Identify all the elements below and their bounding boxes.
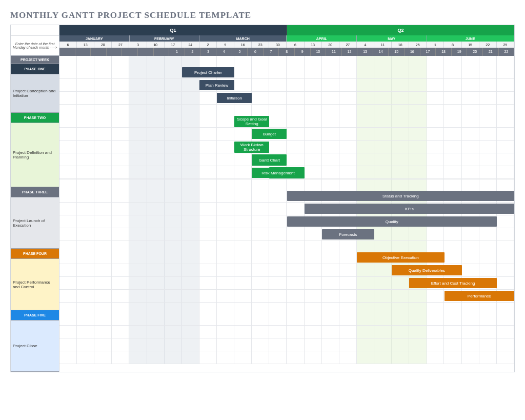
week-cell: 17 <box>420 48 436 56</box>
gantt-bar[interactable]: Objective Execution <box>357 252 445 263</box>
quarter-q1: Q1 <box>59 25 287 35</box>
gantt-bar[interactable]: Forecasts <box>322 229 374 239</box>
quarter-q2: Q2 <box>287 25 514 35</box>
week-cell: 18 <box>436 48 452 56</box>
date-cell: 3 <box>129 42 147 48</box>
phase-content-label: Project Close <box>11 321 59 372</box>
gantt-bar[interactable]: Quality <box>287 216 497 227</box>
phase-header: PHASE THREE <box>11 187 59 197</box>
date-cell: 13 <box>305 42 322 48</box>
page-title: MONTHLY GANTT PROJECT SCHEDULE TEMPLATE <box>10 10 515 21</box>
gantt-row: Plan Review <box>59 79 514 92</box>
week-cell <box>122 48 138 56</box>
week-cell: 11 <box>326 48 342 56</box>
timeline-column: Q1 Q2 JANUARYFEBRUARYMARCHAPRILMAYJUNE 6… <box>59 25 514 372</box>
date-cell: 8 <box>444 42 461 48</box>
date-cell: 6 <box>287 42 304 48</box>
gantt-bar[interactable]: Performance <box>445 291 514 301</box>
week-cell: 20 <box>467 48 483 56</box>
date-cell: 18 <box>392 42 409 48</box>
gantt-bar[interactable]: Budget <box>252 129 287 139</box>
month-february: FEBRUARY <box>130 35 200 42</box>
gantt-row: Status and Tracking <box>59 190 514 203</box>
gantt-bar[interactable]: Plan Review <box>199 80 234 90</box>
week-cell <box>59 48 75 56</box>
gantt-row: Performance <box>59 290 514 303</box>
week-cell: 16 <box>405 48 420 56</box>
date-cell: 22 <box>479 42 497 48</box>
date-cell: 9 <box>217 42 234 48</box>
date-cell: 2 <box>199 42 217 48</box>
week-header-row: 12345678910111213141516171819202122 <box>59 48 514 56</box>
phase-header: PHASE FOUR <box>11 249 59 259</box>
week-cell: 10 <box>311 48 327 56</box>
gantt-row <box>59 326 514 338</box>
gantt-bar[interactable]: Status and Tracking <box>287 191 515 201</box>
week-cell <box>154 48 170 56</box>
phase-header: PHASE FIVE <box>11 310 59 321</box>
week-cell: 9 <box>295 48 311 56</box>
date-cell: 25 <box>409 42 427 48</box>
gantt-bar[interactable]: Project Charter <box>182 67 234 77</box>
gantt-bar[interactable]: Work Bkdwn Structure <box>234 142 269 153</box>
month-header-row: JANUARYFEBRUARYMARCHAPRILMAYJUNE <box>59 35 514 42</box>
week-cell: 13 <box>357 48 373 56</box>
week-cell: 22 <box>499 48 515 56</box>
date-cell: 15 <box>462 42 479 48</box>
phase-content-label: Project Definition and Planning <box>11 123 59 187</box>
week-cell: 21 <box>483 48 499 56</box>
gantt-bar[interactable]: Scope and Goal Setting <box>234 116 269 127</box>
date-cell: 17 <box>165 42 182 48</box>
week-cell: 2 <box>185 48 201 56</box>
gantt-bar[interactable]: Effort and Cost Tracking <box>409 278 497 288</box>
date-cell: 29 <box>497 42 514 48</box>
gantt-row: Effort and Cost Tracking <box>59 277 514 290</box>
gantt-row: Initiation <box>59 92 514 105</box>
date-cell: 23 <box>252 42 269 48</box>
gantt-row: Budget <box>59 128 514 141</box>
phase-content-label: Project Conception and Initiation <box>11 74 59 113</box>
date-cell: 27 <box>339 42 357 48</box>
gantt-bar[interactable]: Gantt Chart <box>252 154 287 166</box>
date-cell: 4 <box>357 42 374 48</box>
gantt-row: Gantt Chart <box>59 153 514 166</box>
month-january: JANUARY <box>59 35 130 42</box>
gantt-row: Work Bkdwn Structure <box>59 141 514 153</box>
month-april: APRIL <box>287 35 357 42</box>
quarter-header-row: Q1 Q2 <box>59 25 514 35</box>
gantt-row: Quality Deliverables <box>59 264 514 277</box>
gantt-row: Forecasts <box>59 228 514 241</box>
gantt-row <box>59 351 514 364</box>
date-cell: 20 <box>322 42 339 48</box>
gantt-bar[interactable]: Initiation <box>217 93 252 103</box>
month-may: MAY <box>357 35 427 42</box>
week-cell <box>138 48 154 56</box>
month-march: MARCH <box>199 35 287 42</box>
gantt-row: Project Charter <box>59 66 514 79</box>
week-cell: 7 <box>264 48 279 56</box>
date-cell: 13 <box>77 42 94 48</box>
week-cell: 8 <box>279 48 295 56</box>
week-cell: 6 <box>248 48 264 56</box>
date-entry-note: Enter the date of the first Monday of ea… <box>11 35 59 56</box>
week-cell: 4 <box>216 48 232 56</box>
week-cell: 12 <box>342 48 358 56</box>
month-june: JUNE <box>427 35 514 42</box>
week-cell: 5 <box>232 48 248 56</box>
gantt-bar[interactable]: Risk Management <box>252 168 304 178</box>
week-cell: 1 <box>169 48 185 56</box>
gantt-bar[interactable]: Quality Deliverables <box>392 265 461 275</box>
date-cell: 1 <box>427 42 444 48</box>
week-cell <box>91 48 107 56</box>
gantt-row: Scope and Goal Setting <box>59 115 514 128</box>
dates-header-row: 6132027310172429162330613202741118251815… <box>59 42 514 48</box>
gantt-row: Objective Execution <box>59 251 514 264</box>
phase-content-label: Project Launch of Execution <box>11 197 59 249</box>
week-cell: 3 <box>200 48 216 56</box>
date-cell: 24 <box>182 42 199 48</box>
project-week-label: PROJECT WEEK <box>11 56 59 64</box>
row-labels-column: Enter the date of the first Monday of ea… <box>11 25 59 372</box>
gantt-bar[interactable]: KPIs <box>305 204 514 214</box>
date-cell: 10 <box>147 42 165 48</box>
week-cell: 19 <box>452 48 468 56</box>
